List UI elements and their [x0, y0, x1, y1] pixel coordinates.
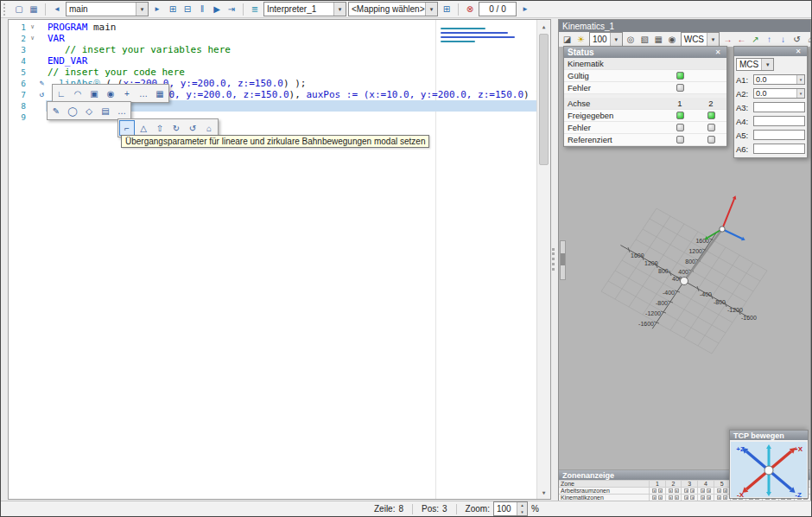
back-button[interactable]: ◄ — [50, 3, 64, 16]
step-icon[interactable]: ⇥ — [225, 3, 238, 16]
zone-toggle-icon[interactable]: ◂ — [675, 495, 679, 500]
scroll-down-icon[interactable]: ▼ — [537, 486, 550, 499]
zone-cell[interactable]: ◂◂ — [650, 495, 665, 501]
home-icon[interactable]: ⌂ — [201, 120, 217, 136]
fold-marker[interactable]: ∨ — [29, 33, 36, 44]
rotate-view-icon[interactable]: ↺ — [790, 33, 803, 47]
zone-toggle-icon[interactable]: ◂ — [652, 488, 657, 493]
more-icon[interactable]: … — [114, 103, 130, 118]
zone-toggle-icon[interactable]: ◂ — [707, 488, 711, 493]
hierarchy-icon[interactable]: ⊞ — [166, 3, 180, 16]
spin-down-icon[interactable]: ▾ — [517, 509, 527, 516]
zone-toggle-icon[interactable]: ◂ — [658, 488, 663, 493]
wcs-select[interactable]: WCS ▾ — [681, 32, 720, 47]
zone-toggle-icon[interactable]: ◂ — [684, 488, 688, 493]
angle-icon[interactable]: △ — [136, 120, 151, 136]
tcp-jog-pad[interactable]: +Z+X-X-Z — [731, 442, 807, 497]
grid-icon[interactable]: ▦ — [27, 3, 41, 16]
program-select[interactable]: main ▾ — [66, 2, 149, 16]
close-icon[interactable]: ✕ — [793, 48, 803, 55]
zone-toggle-icon[interactable]: ◂ — [669, 495, 673, 500]
zone-toggle-icon[interactable]: ◂ — [701, 488, 705, 493]
zone-cell[interactable]: ◂◂ — [714, 488, 730, 494]
zoom-select[interactable]: 100 ▾ — [589, 32, 623, 47]
transition-parameter-icon[interactable]: ⌐ — [119, 120, 135, 136]
more-commands-icon[interactable]: … — [136, 86, 151, 101]
editor-scrollbar[interactable]: ▲ ▼ — [536, 20, 550, 499]
axis-value-input[interactable] — [753, 130, 805, 140]
code-editor[interactable]: 1∨PROGRAM main2∨VAR3 // insert your vari… — [8, 19, 551, 500]
corner-move-icon[interactable]: ∟ — [54, 86, 69, 101]
zone-toggle-icon[interactable]: ◂ — [675, 488, 679, 493]
eye-icon[interactable]: ◉ — [666, 33, 679, 47]
spline-icon[interactable]: ◇ — [81, 103, 97, 118]
copy-icon[interactable]: ▣ — [86, 86, 102, 101]
kinematic-icon[interactable]: ◉ — [103, 86, 118, 101]
zone-cell[interactable]: ◂◂ — [666, 495, 682, 501]
zone-toggle-icon[interactable]: ◂ — [669, 488, 673, 493]
abort-icon[interactable]: ⊗ — [463, 3, 477, 16]
zone-toggle-icon[interactable]: ◂ — [707, 495, 711, 500]
zone-toggle-icon[interactable]: ◂ — [723, 488, 727, 493]
splitter[interactable] — [551, 19, 558, 500]
zone-cell[interactable]: ◂◂ — [698, 488, 714, 494]
zone-cell[interactable]: ◂◂ — [682, 488, 697, 494]
zone-cell[interactable]: ◂◂ — [650, 488, 665, 494]
zone-cell[interactable]: ◂◂ — [666, 488, 682, 494]
scrollbar-thumb[interactable] — [539, 34, 549, 165]
zone-toggle-icon[interactable]: ◂ — [723, 495, 727, 500]
zone-toggle-icon[interactable]: ◂ — [684, 495, 688, 500]
circle-path-icon[interactable]: ◯ — [65, 103, 80, 118]
frame-select[interactable]: MCS ▾ — [736, 58, 774, 71]
mapping-select[interactable]: <Mapping wählen> ▾ — [348, 2, 438, 16]
axis-value-input[interactable]: 0.0▾ — [753, 88, 805, 99]
branch-icon[interactable]: ⊞ — [440, 3, 454, 16]
axis-value-input[interactable]: 0.0▾ — [753, 74, 805, 85]
zone-toggle-icon[interactable]: ◂ — [701, 495, 705, 500]
zone-toggle-icon[interactable]: ◂ — [717, 488, 721, 493]
zone-toggle-icon[interactable]: ◂ — [652, 495, 657, 500]
lift-icon[interactable]: ⇧ — [152, 120, 168, 136]
axis-value-input[interactable] — [753, 144, 805, 154]
zone-cell[interactable]: ◂◂ — [698, 495, 714, 501]
structure-icon[interactable]: ⊟ — [181, 3, 194, 16]
zone-toggle-icon[interactable]: ◂ — [690, 488, 695, 493]
rotate-ccw-icon[interactable]: ↺ — [185, 120, 200, 136]
jog-x-minus-icon[interactable]: ← — [735, 33, 748, 47]
zone-toggle-icon[interactable]: ◂ — [658, 495, 663, 500]
cross-move-icon[interactable]: + — [119, 86, 135, 101]
rotate-cw-icon[interactable]: ↻ — [168, 120, 184, 136]
reset-view-icon[interactable]: ⌂ — [804, 33, 812, 47]
pause-icon[interactable]: ‖ — [195, 3, 209, 16]
light-icon[interactable]: ☀ — [574, 33, 587, 47]
zone-toggle-icon[interactable]: ◂ — [717, 495, 721, 500]
fold-marker[interactable]: ∨ — [29, 22, 36, 33]
focus-icon[interactable]: ◎ — [625, 33, 638, 47]
jog-z-plus-icon[interactable]: ↑ — [763, 33, 776, 47]
list-icon[interactable]: ≣ — [248, 3, 262, 16]
interpreter-select[interactable]: Interpreter_1 ▾ — [263, 2, 346, 16]
axis-value-input[interactable] — [753, 102, 805, 112]
zone-cell[interactable]: ◂◂ — [682, 495, 697, 501]
zone-toggle-icon[interactable]: ◂ — [690, 495, 695, 500]
next-button[interactable]: ► — [518, 3, 532, 16]
viewport-slider[interactable] — [560, 240, 566, 280]
forward-button[interactable]: ► — [150, 3, 164, 16]
run-icon[interactable]: ▶ — [210, 3, 224, 16]
render-mode-icon[interactable]: ◪ — [561, 33, 574, 47]
zoom-spinner[interactable]: ▴ ▾ — [517, 502, 527, 515]
gutter-command-icon[interactable]: ↺ — [36, 89, 48, 100]
splitter-handle[interactable] — [552, 248, 557, 271]
tcp-jog-svg[interactable]: +Z+X-X-Z — [731, 442, 808, 499]
windows-icon[interactable]: ▢ — [12, 3, 26, 16]
axis-value-input[interactable] — [753, 116, 805, 126]
zone-cell[interactable]: ◂◂ — [714, 495, 730, 501]
cube-icon[interactable]: ▧ — [638, 33, 651, 47]
scroll-up-icon[interactable]: ▲ — [537, 20, 550, 33]
jog-y-plus-icon[interactable]: ↗ — [749, 33, 762, 47]
table-icon[interactable]: ▤ — [98, 103, 113, 118]
grid-snap-icon[interactable]: ▦ — [152, 86, 168, 101]
toolbar-grip[interactable] — [3, 3, 9, 16]
jog-z-minus-icon[interactable]: ↓ — [777, 33, 790, 47]
viewport-slider-thumb[interactable] — [561, 253, 565, 265]
